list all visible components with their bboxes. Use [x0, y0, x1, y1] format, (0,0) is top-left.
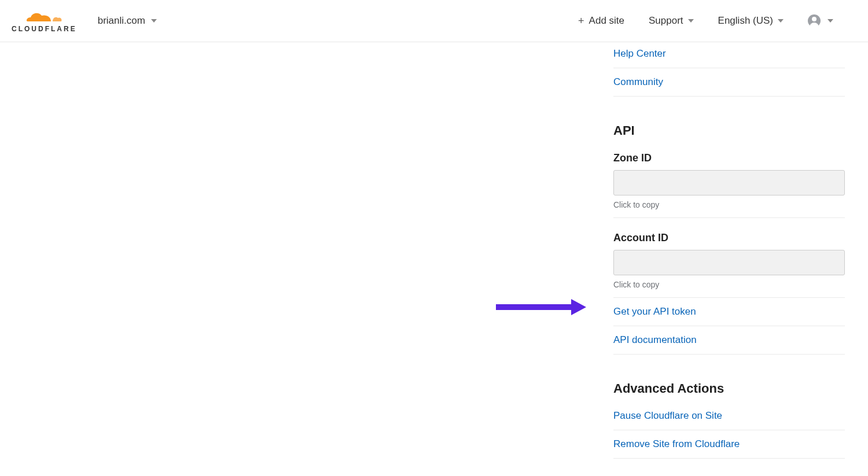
language-menu[interactable]: English (US) [718, 15, 784, 27]
arrow-line [496, 304, 571, 310]
cloudflare-logo[interactable]: CLOUDFLARE [12, 9, 77, 33]
pause-cloudflare-link[interactable]: Pause Cloudflare on Site [613, 402, 845, 430]
api-section-title: API [613, 123, 845, 138]
right-sidebar: Help Center Community API Zone ID Click … [608, 42, 868, 459]
plus-icon: + [578, 15, 584, 27]
zone-id-hint: Click to copy [613, 200, 845, 218]
account-menu[interactable] [808, 14, 833, 27]
content-left [0, 42, 608, 459]
zone-id-copy-box[interactable] [613, 170, 845, 195]
zone-id-label: Zone ID [613, 152, 845, 164]
arrow-right-icon [571, 299, 586, 315]
header-right: + Add site Support English (US) [578, 14, 856, 27]
account-id-hint: Click to copy [613, 280, 845, 298]
chevron-down-icon [778, 19, 784, 23]
main-content: Help Center Community API Zone ID Click … [0, 42, 868, 459]
chevron-down-icon [827, 19, 833, 23]
language-label: English (US) [718, 15, 773, 27]
cloud-icon [24, 9, 64, 26]
support-label: Support [649, 15, 683, 27]
get-api-token-link[interactable]: Get your API token [613, 298, 845, 326]
community-link[interactable]: Community [613, 68, 845, 97]
annotation-arrow [496, 299, 586, 315]
add-site-button[interactable]: + Add site [578, 15, 624, 27]
chevron-down-icon [688, 19, 694, 23]
header-left: CLOUDFLARE brianli.com [12, 9, 157, 33]
account-id-label: Account ID [613, 232, 845, 244]
site-selector[interactable]: brianli.com [98, 15, 157, 27]
account-id-copy-box[interactable] [613, 250, 845, 275]
support-menu[interactable]: Support [649, 15, 694, 27]
avatar-icon [808, 14, 821, 27]
logo-text: CLOUDFLARE [12, 25, 77, 33]
top-header: CLOUDFLARE brianli.com + Add site Suppor… [0, 0, 868, 42]
add-site-label: Add site [589, 15, 624, 27]
remove-site-link[interactable]: Remove Site from Cloudflare [613, 430, 845, 459]
api-documentation-link[interactable]: API documentation [613, 326, 845, 355]
advanced-actions-title: Advanced Actions [613, 381, 845, 396]
site-selector-label: brianli.com [98, 15, 145, 27]
chevron-down-icon [151, 19, 157, 23]
help-center-link[interactable]: Help Center [613, 42, 845, 68]
